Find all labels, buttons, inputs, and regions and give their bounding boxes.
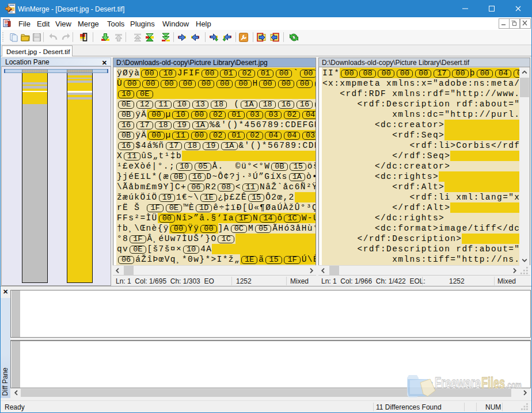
svg-text:Files: Files [481, 374, 505, 392]
svg-text:.com: .com [506, 380, 522, 391]
svg-text:Freeware: Freeware [435, 374, 481, 392]
